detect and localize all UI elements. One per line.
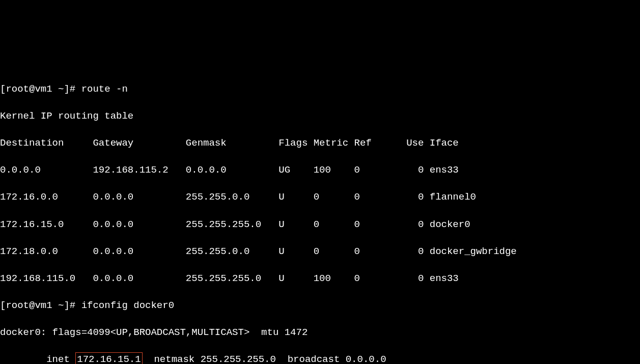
docker0-flags: docker0: flags=4099<UP,BROADCAST,MULTICA…	[0, 326, 640, 340]
route-title: Kernel IP routing table	[0, 109, 640, 123]
route-row: 192.168.115.0 0.0.0.0 255.255.255.0 U 10…	[0, 272, 640, 286]
inet-suffix: netmask 255.255.255.0 broadcast 0.0.0.0	[143, 354, 386, 364]
route-row: 172.18.0.0 0.0.0.0 255.255.0.0 U 0 0 0 d…	[0, 245, 640, 259]
route-row: 172.16.15.0 0.0.0.0 255.255.255.0 U 0 0 …	[0, 218, 640, 232]
command-text: route -n	[81, 83, 128, 95]
terminal[interactable]: [root@vm1 ~]# route -n Kernel IP routing…	[0, 68, 640, 364]
prompt: [root@vm1 ~]#	[0, 300, 81, 311]
inet-prefix: inet	[0, 354, 75, 364]
cmd-line-1: [root@vm1 ~]# route -n	[0, 82, 640, 96]
command-text: ifconfig docker0	[81, 300, 174, 311]
route-header: Destination Gateway Genmask Flags Metric…	[0, 136, 640, 150]
route-row: 0.0.0.0 192.168.115.2 0.0.0.0 UG 100 0 0…	[0, 163, 640, 177]
route-row: 172.16.0.0 0.0.0.0 255.255.0.0 U 0 0 0 f…	[0, 190, 640, 204]
docker0-inet: inet 172.16.15.1 netmask 255.255.255.0 b…	[0, 353, 640, 364]
docker0-ip-highlight: 172.16.15.1	[75, 352, 142, 364]
prompt: [root@vm1 ~]#	[0, 83, 81, 95]
cmd-line-2: [root@vm1 ~]# ifconfig docker0	[0, 299, 640, 313]
